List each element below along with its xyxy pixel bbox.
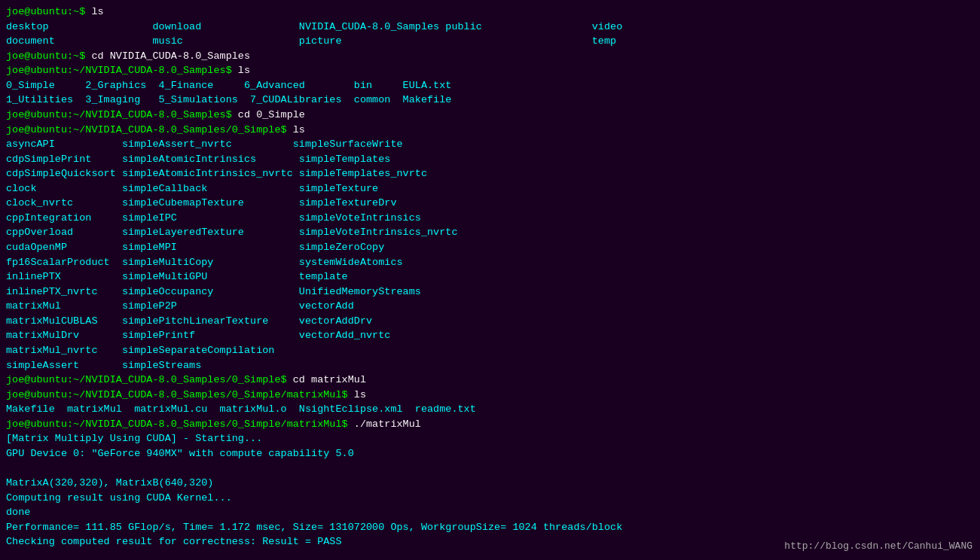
watermark: http://blog.csdn.net/Canhui_WANG [784, 540, 972, 554]
terminal[interactable]: joe@ubuntu:~$ ls desktop download NVIDIA… [0, 0, 980, 560]
